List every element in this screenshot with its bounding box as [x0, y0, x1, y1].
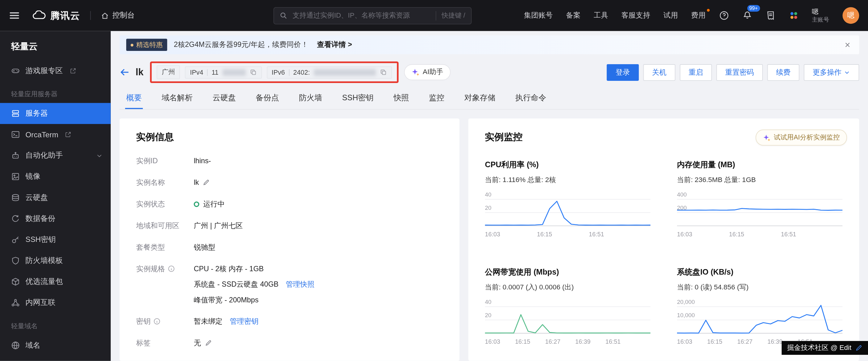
ipv4-redacted: [222, 69, 246, 76]
ai-assistant-button[interactable]: AI助手: [404, 64, 450, 80]
action-button-重置密码[interactable]: 重置密码: [716, 64, 763, 81]
tab-云硬盘[interactable]: 云硬盘: [211, 87, 237, 109]
chart-current-value: 当前: 0 (读) 54.856 (写): [677, 283, 842, 292]
tab-执行命令[interactable]: 执行命令: [514, 87, 548, 109]
instance-name: lk: [136, 67, 144, 78]
y-tick: 20: [485, 205, 492, 211]
ipv6-chip: IPv6 2402:: [267, 66, 392, 78]
sidebar-item-优选流量包[interactable]: 优选流量包: [0, 271, 111, 292]
topbar-link[interactable]: 集团账号: [524, 10, 553, 20]
action-button-关机[interactable]: 关机: [643, 64, 676, 81]
tab-对象存储[interactable]: 对象存储: [463, 87, 496, 109]
action-button-续费[interactable]: 续费: [767, 64, 799, 81]
info-link-管理快照[interactable]: 管理快照: [286, 279, 314, 290]
sidebar-item-OrcaTerm[interactable]: OrcaTerm: [0, 124, 111, 145]
x-tick: 16:03: [485, 338, 500, 345]
chart-x-axis: 16:0316:1516:51: [677, 231, 796, 238]
info-value: 暂未绑定管理密钥: [194, 316, 258, 326]
tencent-cloud-logo[interactable]: 腾讯云: [32, 9, 80, 22]
tab-概要[interactable]: 概要: [125, 87, 143, 109]
avatar[interactable]: 嗯: [842, 7, 859, 24]
x-tick: 16:03: [677, 231, 692, 238]
instance-info-rows: 实例IDlhins-实例名称lk实例状态运行中地域和可用区广州 | 广州七区套餐…: [136, 155, 443, 361]
domain-icon: [11, 341, 20, 350]
copy-icon[interactable]: [379, 68, 386, 76]
topbar-link[interactable]: 备案: [566, 10, 581, 20]
ipv4-value: 11: [212, 68, 218, 76]
info-link-管理密钥[interactable]: 管理密钥: [230, 316, 258, 326]
sidebar-item-镜像[interactable]: 镜像: [0, 166, 111, 187]
chart-current-value: 当前: 0.0007 (入) 0.0006 (出): [485, 283, 650, 292]
action-button-重启[interactable]: 重启: [680, 64, 712, 81]
instance-monitor-card: 实例监控 试试用AI分析实例监控 CPU利用率 (%)当前: 1.116% 总量…: [468, 119, 859, 361]
info-text: 系统盘 - SSD云硬盘 40GB: [194, 279, 279, 290]
x-tick: 16:15: [515, 338, 530, 345]
lab-colorful-icon[interactable]: [789, 10, 799, 20]
info-text: 无: [194, 337, 201, 348]
info-value: CPU - 2核 内存 - 1GB系统盘 - SSD云硬盘 40GB管理快照峰值…: [194, 264, 314, 305]
notice-dot-icon: [707, 9, 709, 12]
action-button-登录[interactable]: 登录: [607, 64, 639, 81]
info-value: 广州 | 广州七区: [194, 220, 243, 231]
sidebar-item-域名[interactable]: 域名: [0, 335, 111, 356]
info-text: 广州 | 广州七区: [194, 220, 243, 231]
tab-监控[interactable]: 监控: [428, 87, 445, 109]
account-info[interactable]: 嗯 主账号: [812, 8, 830, 23]
info-text: 峰值带宽 - 200Mbps: [194, 294, 258, 305]
instance-info-card: 实例信息 实例IDlhins-实例名称lk实例状态运行中地域和可用区广州 | 广…: [120, 119, 460, 361]
promo-detail-link[interactable]: 查看详情 >: [317, 40, 352, 50]
search-icon: [279, 12, 287, 20]
close-icon[interactable]: ×: [843, 40, 852, 49]
topbar-right: 集团账号备案工具客服支持试用费用 99+ 嗯 主账号 嗯: [524, 7, 859, 24]
chart-plot: 20,00010,000: [677, 300, 842, 335]
x-tick: 16:15: [729, 231, 744, 238]
billing-doc-icon[interactable]: [765, 10, 775, 20]
sidebar-item-服务器[interactable]: 服务器: [0, 103, 111, 124]
sidebar-item-游戏服专区[interactable]: 游戏服专区: [0, 60, 111, 82]
tab-备份点[interactable]: 备份点: [254, 87, 280, 109]
x-tick: 16:15: [537, 231, 552, 238]
logo-text: 腾讯云: [50, 9, 80, 22]
info-line: 无: [194, 337, 212, 348]
tab-SSH密钥[interactable]: SSH密钥: [341, 87, 375, 109]
info-value: 2025-02-20 09:52:34: [194, 359, 261, 361]
sidebar-item-内网互联[interactable]: 内网互联: [0, 292, 111, 313]
tab-域名解析[interactable]: 域名解析: [160, 87, 194, 109]
action-button-更多操作[interactable]: 更多操作: [804, 64, 859, 81]
sidebar-item-label: 数据备份: [26, 213, 56, 223]
tab-快照[interactable]: 快照: [393, 87, 410, 109]
promo-badge: 精选特惠: [126, 39, 167, 51]
ai-analyze-button[interactable]: 试试用AI分析实例监控: [755, 129, 847, 146]
console-link[interactable]: 控制台: [101, 10, 135, 20]
back-arrow-icon[interactable]: [120, 67, 130, 78]
chart-title: 内存使用量 (MB): [677, 160, 842, 170]
sidebar-item-数据备份[interactable]: 数据备份: [0, 208, 111, 229]
hamburger-menu-icon[interactable]: [9, 10, 20, 21]
tab-防火墙[interactable]: 防火墙: [298, 87, 323, 109]
topbar-link[interactable]: 费用: [691, 10, 706, 20]
chevron-down-icon: [844, 69, 850, 76]
topbar-link[interactable]: 试用: [663, 10, 678, 20]
sidebar-item-防火墙模板[interactable]: 防火墙模板: [0, 250, 111, 271]
notifications-button[interactable]: 99+: [742, 9, 752, 21]
info-row: 地域和可用区广州 | 广州七区: [136, 220, 443, 231]
info-row: 实例IDlhins-: [136, 155, 443, 166]
y-tick: 400: [677, 191, 687, 198]
account-name: 嗯: [812, 8, 818, 16]
search-input[interactable]: [291, 11, 431, 20]
topbar-link[interactable]: 工具: [594, 10, 608, 20]
help-icon[interactable]: [719, 10, 729, 20]
chart-title: 系统盘IO (KB/s): [677, 268, 842, 277]
topbar-link[interactable]: 客服支持: [621, 10, 650, 20]
copy-icon[interactable]: [250, 68, 257, 76]
server-icon: [11, 109, 20, 118]
ai-assistant-label: AI助手: [423, 67, 443, 77]
sidebar-item-SSH密钥[interactable]: SSH密钥: [0, 229, 111, 250]
info-value: lhins-: [194, 155, 211, 166]
sidebar-item-云硬盘[interactable]: 云硬盘: [0, 187, 111, 208]
sidebar-item-自动化助手[interactable]: 自动化助手: [0, 145, 111, 166]
badge-dot-icon: [130, 43, 133, 46]
info-text: lhins-: [194, 155, 211, 166]
info-row: 密钥暂未绑定管理密钥: [136, 316, 443, 326]
info-row: 实例状态运行中: [136, 199, 443, 209]
